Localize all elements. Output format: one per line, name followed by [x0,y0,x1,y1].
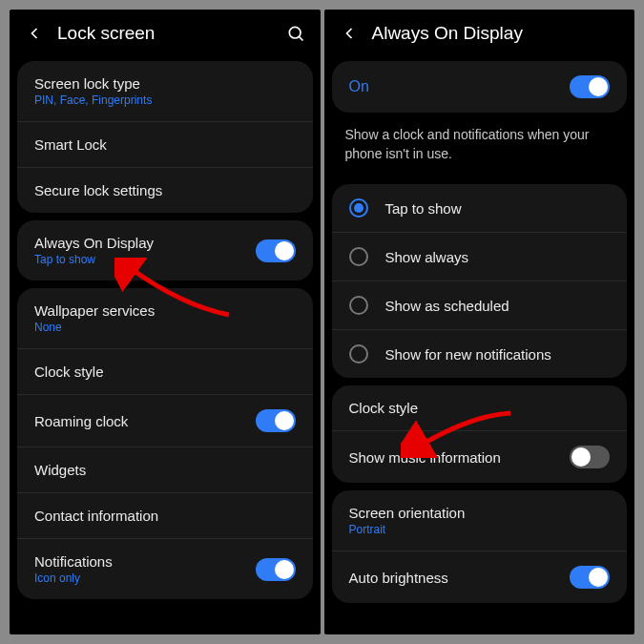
header: Lock screen [10,10,321,53]
radio-label: Tap to show [385,200,462,217]
row-always-on-display[interactable]: Always On Display Tap to show [17,220,313,280]
row-on[interactable]: On [332,61,628,113]
radio-icon [349,198,368,218]
row-label: Screen lock type [34,75,152,92]
row-sub: None [34,321,155,334]
row-smart-lock[interactable]: Smart Lock [17,121,313,167]
row-sub: Icon only [34,571,113,585]
description-text: Show a clock and notifications when your… [324,120,635,177]
row-label: Screen orientation [349,505,466,521]
row-label: Auto brightness [349,570,448,586]
on-label: On [349,78,369,95]
row-notifications[interactable]: Notifications Icon only [17,538,313,599]
radio-show-as-scheduled[interactable]: Show as scheduled [332,280,628,329]
row-widgets[interactable]: Widgets [17,447,313,492]
row-contact-information[interactable]: Contact information [17,492,313,538]
header: Always On Display [324,10,635,53]
row-label: Clock style [34,364,104,380]
row-screen-orientation[interactable]: Screen orientation Portrait [332,490,628,551]
aod-panel: Always On Display On Show a clock and no… [324,10,635,634]
card-aod: Always On Display Tap to show [17,220,313,280]
row-label: Smart Lock [34,136,107,153]
row-label: Secure lock settings [34,182,162,198]
row-label: Always On Display [34,235,154,251]
radio-icon [349,296,368,315]
radio-show-always[interactable]: Show always [332,232,628,280]
search-icon[interactable] [286,24,305,43]
toggle-notifications[interactable] [256,558,296,581]
toggle-music-info[interactable] [570,446,610,468]
row-roaming-clock[interactable]: Roaming clock [17,394,313,447]
row-secure-lock-settings[interactable]: Secure lock settings [17,167,313,213]
radio-icon [349,247,368,266]
back-icon[interactable] [25,24,44,43]
row-label: Wallpaper services [34,302,155,319]
page-title: Always On Display [372,23,620,44]
row-label: Contact information [34,508,158,524]
row-screen-lock-type[interactable]: Screen lock type PIN, Face, Fingerprints [17,61,313,121]
toggle-on[interactable] [570,75,610,98]
radio-tap-to-show[interactable]: Tap to show [332,184,628,232]
row-label: Widgets [34,462,86,478]
row-label: Roaming clock [34,413,128,429]
card-show-mode: Tap to show Show always Show as schedule… [332,184,628,378]
row-auto-brightness[interactable]: Auto brightness [332,551,628,603]
card-lock-basics: Screen lock type PIN, Face, Fingerprints… [17,61,313,213]
radio-icon [349,344,368,364]
row-sub: Tap to show [34,253,154,266]
row-label: Notifications [34,553,113,570]
toggle-auto-brightness[interactable] [570,566,610,589]
row-clock-style[interactable]: Clock style [332,385,628,430]
toggle-aod[interactable] [256,239,296,262]
card-appearance: Wallpaper services None Clock style Roam… [17,288,313,599]
card-on: On [332,61,628,113]
radio-label: Show as scheduled [385,298,509,314]
card-orientation: Screen orientation Portrait Auto brightn… [332,490,628,603]
lock-screen-panel: Lock screen Screen lock type PIN, Face, … [10,10,321,634]
row-label: Clock style [349,400,419,416]
radio-label: Show for new notifications [385,346,551,363]
row-label: Show music information [349,449,501,466]
row-clock-style[interactable]: Clock style [17,348,313,394]
page-title: Lock screen [57,23,273,44]
row-show-music-information[interactable]: Show music information [332,430,628,483]
radio-show-for-new-notifications[interactable]: Show for new notifications [332,329,628,378]
radio-label: Show always [385,249,469,265]
card-clock-music: Clock style Show music information [332,385,628,483]
back-icon[interactable] [340,24,359,43]
svg-line-1 [299,36,302,40]
toggle-roaming-clock[interactable] [256,409,296,432]
svg-point-0 [289,27,301,38]
row-wallpaper-services[interactable]: Wallpaper services None [17,288,313,348]
row-sub: Portrait [349,523,466,536]
row-sub: PIN, Face, Fingerprints [34,93,152,107]
